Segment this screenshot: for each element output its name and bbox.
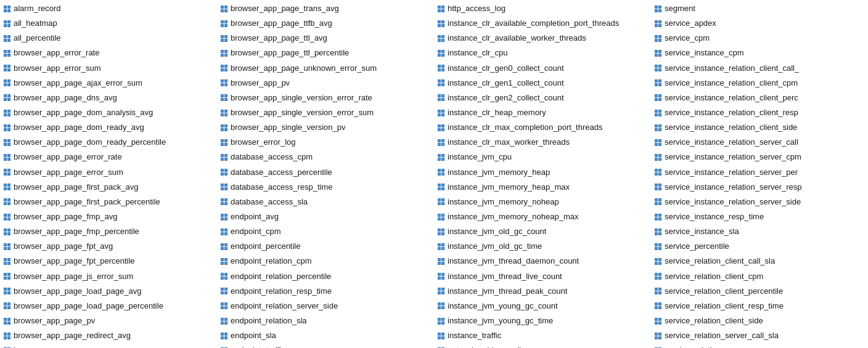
list-item[interactable]: browser_app_page_first_pack_avg (2, 180, 215, 195)
list-item[interactable]: instance_traffic (436, 328, 649, 343)
list-item[interactable]: instance_clr_available_completion_port_t… (436, 16, 649, 31)
list-item[interactable]: instance_jvm_thread_live_count (436, 269, 649, 284)
list-item[interactable]: browser_app_page_ttl_avg (219, 31, 432, 46)
list-item[interactable]: browser_error_log (219, 135, 432, 150)
list-item[interactable]: database_access_sla (219, 195, 432, 209)
list-item[interactable]: database_access_cpm (219, 150, 432, 164)
list-item[interactable]: segment (653, 1, 866, 16)
item-label: browser_app_single_version_error_sum (231, 107, 374, 119)
list-item[interactable]: service_relation_client_resp_time (653, 299, 866, 314)
list-item[interactable]: instance_clr_available_worker_threads (436, 31, 649, 46)
list-item[interactable]: browser_app_single_version_error_rate (219, 91, 432, 105)
list-item[interactable]: service_instance_relation_server_per (653, 165, 866, 180)
list-item[interactable]: browser_app_page_ttfb_avg (219, 16, 432, 31)
list-item[interactable]: endpoint_relation_percentile (219, 269, 432, 284)
list-item[interactable]: service_instance_relation_server_resp (653, 180, 866, 195)
list-item[interactable]: browser_app_single_version_error_sum (219, 105, 432, 120)
list-item[interactable]: service_percentile (653, 239, 866, 254)
list-item[interactable]: endpoint_sla (219, 328, 432, 343)
list-item[interactable]: instance_clr_max_worker_threads (436, 135, 649, 150)
list-item[interactable]: browser_app_page_fpt_percentile (2, 254, 215, 269)
list-item[interactable]: endpoint_relation_resp_time (219, 284, 432, 299)
list-item[interactable]: browser_app_page_js_error_sum (2, 269, 215, 284)
list-item[interactable]: browser_app_page_fmp_avg (2, 209, 215, 224)
list-item[interactable]: service_relation_client_side (653, 314, 866, 328)
list-item[interactable]: service_relation_client_percentile (653, 284, 866, 299)
list-item[interactable]: instance_clr_gen0_collect_count (436, 61, 649, 76)
list-item[interactable]: browser_app_page_fmp_percentile (2, 224, 215, 239)
list-item[interactable]: instance_jvm_memory_noheap_max (436, 209, 649, 224)
table-icon (4, 243, 10, 250)
list-item[interactable]: browser_app_page_error_rate (2, 150, 215, 164)
list-item[interactable]: browser_app_page_redirect_avg (2, 328, 215, 343)
list-item[interactable]: browser_app_page_ttl_percentile (219, 46, 432, 60)
list-item[interactable]: alarm_record (2, 1, 215, 16)
list-item[interactable]: all_heatmap (2, 16, 215, 31)
list-item[interactable]: instance_jvm_old_gc_time (436, 239, 649, 254)
list-item[interactable]: service_cpm (653, 31, 866, 46)
list-item[interactable]: browser_app_page_dom_ready_percentile (2, 135, 215, 150)
list-item[interactable]: endpoint_relation_cpm (219, 254, 432, 269)
list-item[interactable]: browser_app_error_rate (2, 46, 215, 60)
list-item[interactable]: service_instance_relation_client_side (653, 120, 866, 135)
list-item[interactable]: service_instance_relation_client_resp (653, 105, 866, 120)
list-item[interactable]: instance_jvm_young_gc_time (436, 314, 649, 328)
list-item[interactable]: instance_clr_max_completion_port_threads (436, 120, 649, 135)
list-item[interactable]: all_percentile (2, 31, 215, 46)
list-item[interactable]: browser_app_page_dom_ready_avg (2, 120, 215, 135)
list-item[interactable]: browser_app_error_sum (2, 61, 215, 76)
list-item[interactable]: browser_app_page_ajax_error_sum (2, 76, 215, 91)
list-item[interactable]: instance_jvm_memory_heap (436, 165, 649, 180)
list-item[interactable]: endpoint_relation_server_side (219, 299, 432, 314)
list-item[interactable]: browser_app_page_res_avg (2, 343, 215, 348)
list-item[interactable]: instance_jvm_young_gc_count (436, 299, 649, 314)
list-item[interactable]: browser_app_page_dns_avg (2, 91, 215, 105)
list-item[interactable]: browser_app_pv (219, 76, 432, 91)
list-item[interactable]: database_access_percentile (219, 165, 432, 180)
list-item[interactable]: endpoint_avg (219, 209, 432, 224)
list-item[interactable]: browser_app_single_version_pv (219, 120, 432, 135)
list-item[interactable]: service_apdex (653, 16, 866, 31)
list-item[interactable]: service_instance_relation_server_side (653, 195, 866, 209)
list-item[interactable]: service_instance_resp_time (653, 209, 866, 224)
list-item[interactable]: instance_jvm_thread_daemon_count (436, 254, 649, 269)
list-item[interactable]: http_access_log (436, 1, 649, 16)
list-item[interactable]: endpoint_traffic (219, 343, 432, 348)
list-item[interactable]: instance_jvm_old_gc_count (436, 224, 649, 239)
list-item[interactable]: instance_clr_gen1_collect_count (436, 76, 649, 91)
list-item[interactable]: service_instance_relation_client_cpm (653, 76, 866, 91)
list-item[interactable]: instance_clr_gen2_collect_count (436, 91, 649, 105)
list-item[interactable]: service_instance_relation_server_cpm (653, 150, 866, 164)
list-item[interactable]: endpoint_relation_sla (219, 314, 432, 328)
list-item[interactable]: database_access_resp_time (219, 180, 432, 195)
list-item[interactable]: instance_jvm_memory_heap_max (436, 180, 649, 195)
list-item[interactable]: browser_app_page_first_pack_percentile (2, 195, 215, 209)
list-item[interactable]: endpoint_percentile (219, 239, 432, 254)
list-item[interactable]: service_relation_server_cpm (653, 343, 866, 348)
list-item[interactable]: instance_jvm_memory_noheap (436, 195, 649, 209)
item-label: instance_jvm_thread_peak_count (448, 285, 567, 297)
list-item[interactable]: instance_clr_cpu (436, 46, 649, 60)
item-label: service_instance_relation_server_cpm (665, 151, 801, 163)
list-item[interactable]: network_address_alias (436, 343, 649, 348)
list-item[interactable]: instance_jvm_thread_peak_count (436, 284, 649, 299)
list-item[interactable]: browser_app_page_trans_avg (219, 1, 432, 16)
list-item[interactable]: instance_clr_heap_memory (436, 105, 649, 120)
list-item[interactable]: browser_app_page_load_page_percentile (2, 299, 215, 314)
list-item[interactable]: browser_app_page_load_page_avg (2, 284, 215, 299)
list-item[interactable]: endpoint_cpm (219, 224, 432, 239)
list-item[interactable]: service_relation_client_call_sla (653, 254, 866, 269)
list-item[interactable]: service_instance_relation_client_call_ (653, 61, 866, 76)
list-item[interactable]: service_instance_relation_server_call (653, 135, 866, 150)
list-item[interactable]: service_instance_cpm (653, 46, 866, 60)
list-item[interactable]: service_relation_server_call_sla (653, 328, 866, 343)
list-item[interactable]: browser_app_page_unknown_error_sum (219, 61, 432, 76)
list-item[interactable]: service_instance_relation_client_perc (653, 91, 866, 105)
list-item[interactable]: instance_jvm_cpu (436, 150, 649, 164)
list-item[interactable]: browser_app_page_dom_analysis_avg (2, 105, 215, 120)
list-item[interactable]: browser_app_page_fpt_avg (2, 239, 215, 254)
list-item[interactable]: browser_app_page_pv (2, 314, 215, 328)
list-item[interactable]: browser_app_page_error_sum (2, 165, 215, 180)
list-item[interactable]: service_instance_sla (653, 224, 866, 239)
list-item[interactable]: service_relation_client_cpm (653, 269, 866, 284)
